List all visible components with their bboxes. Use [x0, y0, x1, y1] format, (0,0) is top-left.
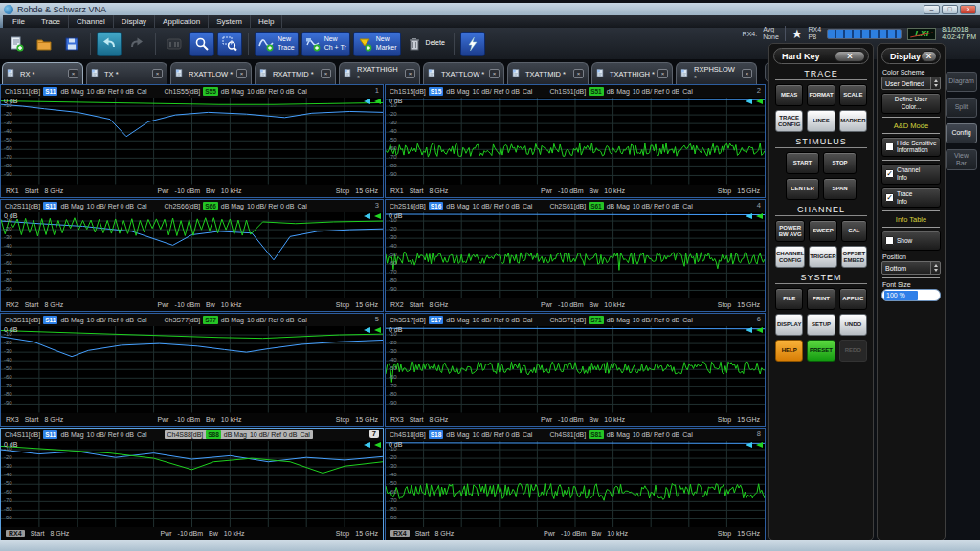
hk-sweep-button[interactable]: SWEEP	[809, 220, 836, 242]
tab-txattmid[interactable]: TXATTMID *×	[507, 62, 589, 84]
trace-ch3s11-db[interactable]: Ch3S11[dB]S11dB Mag10 dB/ Ref 0 dBCal	[5, 316, 147, 324]
open-button[interactable]	[32, 32, 56, 56]
zoom-in-button[interactable]	[189, 32, 214, 56]
define-user-color-button[interactable]: Define User Color...	[881, 93, 941, 114]
hk-trigger-button[interactable]: TRIGGER	[809, 246, 836, 268]
ref-marker-blue-icon[interactable]	[743, 442, 752, 448]
diagram-panel-5[interactable]: Ch3S11[dB]S11dB Mag10 dB/ Ref 0 dBCalCh3…	[0, 313, 384, 427]
hk-applic-button[interactable]: APPLIC	[839, 288, 867, 310]
position-select[interactable]: Bottom	[881, 261, 941, 275]
tab-close-icon[interactable]: ×	[152, 69, 163, 78]
ref-marker-green-icon[interactable]	[753, 442, 763, 448]
close-button[interactable]: ×	[960, 5, 976, 14]
diagram-panel-7[interactable]: Ch4S11[dB]S11dB Mag10 dB/ Ref 0 dBCalCh4…	[0, 428, 384, 541]
plot-panel-2[interactable]: 0 dB-10-20-30-40-50-60-70-80-90	[386, 98, 765, 185]
minimize-button[interactable]: –	[924, 5, 940, 14]
menu-file[interactable]: File	[5, 15, 33, 28]
diagram-panel-6[interactable]: Ch3S17[dB]S17dB Mag10 dB/ Ref 0 dBCalCh3…	[385, 313, 766, 427]
new-recall-set-button[interactable]	[4, 32, 29, 56]
ref-marker-green-icon[interactable]	[371, 213, 381, 219]
hk-power-bw-avg-button[interactable]: POWER BW AVG	[775, 220, 805, 242]
hk-setup-button[interactable]: SETUP	[807, 314, 835, 336]
tab-rxphslow[interactable]: RXPHSLOW *×	[676, 62, 757, 84]
tab-close-icon[interactable]: ×	[573, 69, 584, 78]
new-trace-button[interactable]: New Trace	[255, 32, 299, 56]
trace-ch4s81-db[interactable]: Ch4S81[dB]S81dB Mag10 dB/ Ref 0 dBCal	[549, 430, 692, 439]
new-ch-tr-button[interactable]: New Ch + Tr	[301, 32, 350, 56]
trace-ch2s16-db[interactable]: Ch2S16[dB]S16dB Mag10 dB/ Ref 0 dBCal	[390, 202, 532, 210]
trace-ch3s77-db[interactable]: Ch3S77[dB]S77dB Mag10 dB/ Ref 0 dBCal	[165, 316, 307, 324]
font-size-input[interactable]: 100 %	[881, 289, 941, 301]
hk-trace-config-button[interactable]: TRACE CONFIG	[775, 110, 803, 132]
ref-marker-green-icon[interactable]	[371, 99, 381, 104]
hk-start-button[interactable]: START	[786, 152, 819, 174]
tab-close-icon[interactable]: ×	[489, 69, 500, 78]
plot-panel-6[interactable]: 0 dB-10-20-30-40-50-60-70-80-90	[386, 326, 765, 413]
menu-system[interactable]: System	[209, 15, 251, 28]
channel-info-checkbox[interactable]: ✓Channel Info	[881, 164, 941, 185]
trace-ch2s61-db[interactable]: Ch2S61[dB]S61dB Mag10 dB/ Ref 0 dBCal	[549, 202, 692, 210]
ref-marker-green-icon[interactable]	[753, 99, 763, 104]
menu-trace[interactable]: Trace	[33, 15, 69, 28]
hk-scale-button[interactable]: SCALE	[839, 84, 867, 106]
plot-panel-1[interactable]: 0 dB-10-20-30-40-50-60-70-80-90	[1, 98, 383, 185]
ref-marker-blue-icon[interactable]	[361, 99, 370, 104]
menu-help[interactable]: Help	[251, 15, 282, 28]
tab-rx[interactable]: RX *×	[2, 62, 83, 84]
ref-marker-green-icon[interactable]	[371, 327, 381, 333]
tab-close-icon[interactable]: ×	[742, 69, 752, 78]
trace-ch4s18-db[interactable]: Ch4S18[dB]S18dB Mag10 dB/ Ref 0 dBCal	[390, 430, 532, 439]
color-scheme-select[interactable]: User Defined	[881, 77, 941, 90]
tab-txattlow[interactable]: TXATTLOW *×	[423, 62, 504, 84]
tab-close-icon[interactable]: ×	[405, 69, 415, 78]
trace-ch4s11-db[interactable]: Ch4S11[dB]S11dB Mag10 dB/ Ref 0 dBCal	[5, 430, 147, 439]
menu-application[interactable]: Application	[155, 15, 209, 28]
ref-marker-green-icon[interactable]	[753, 213, 763, 219]
maximize-button[interactable]: □	[942, 5, 958, 14]
ref-marker-blue-icon[interactable]	[361, 213, 370, 219]
tab-close-icon[interactable]: ×	[68, 69, 78, 78]
side-tab-split[interactable]: Split	[946, 98, 977, 118]
hk-format-button[interactable]: FORMAT	[807, 84, 835, 106]
hk-channel-config-button[interactable]: CHANNEL CONFIG	[775, 246, 805, 268]
diagram-panel-3[interactable]: Ch2S11[dB]S11dB Mag10 dB/ Ref 0 dBCalCh2…	[0, 199, 384, 313]
diagram-panel-1[interactable]: Ch1S11[dB]S11dB Mag10 dB/ Ref 0 dBCalCh1…	[0, 84, 384, 198]
hk-undo-button[interactable]: UNDO	[839, 314, 867, 336]
panel-number[interactable]: 4	[757, 201, 761, 209]
tab-txatthigh[interactable]: TXATTHIGH *×	[591, 62, 673, 84]
diagram-panel-4[interactable]: Ch2S16[dB]S16dB Mag10 dB/ Ref 0 dBCalCh2…	[385, 199, 766, 313]
new-marker-button[interactable]: New Marker	[353, 32, 401, 56]
tab-close-icon[interactable]: ×	[321, 69, 331, 78]
ref-marker-blue-icon[interactable]	[743, 99, 752, 104]
hk-marker-button[interactable]: MARKER	[839, 110, 867, 132]
plot-panel-7[interactable]: 0 dB-10-20-30-40-50-60-70-80-90	[1, 441, 383, 528]
hk-print-button[interactable]: PRINT	[807, 288, 835, 310]
tab-rxattlow[interactable]: RXATTLOW *×	[170, 62, 252, 84]
trace-ch1s11-db[interactable]: Ch1S11[dB]S11dB Mag10 dB/ Ref 0 dBCal	[5, 87, 147, 96]
hk-meas-button[interactable]: MEAS	[775, 84, 803, 106]
tab-rxatthigh[interactable]: RXATTHIGH *×	[339, 62, 420, 84]
zoom-select-button[interactable]	[217, 32, 242, 56]
menu-display[interactable]: Display	[114, 15, 155, 28]
hard-key-close-button[interactable]: X	[835, 51, 865, 62]
trace-ch1s15-db[interactable]: Ch1S15[dB]S15dB Mag10 dB/ Ref 0 dBCal	[390, 87, 532, 96]
panel-number[interactable]: 8	[757, 430, 761, 438]
tab-tx[interactable]: TX *×	[86, 62, 167, 84]
panel-number[interactable]: 3	[375, 201, 379, 209]
menu-channel[interactable]: Channel	[69, 15, 114, 28]
spinner-icon[interactable]	[930, 262, 940, 274]
ref-marker-blue-icon[interactable]	[743, 327, 752, 333]
preset-bolt-button[interactable]	[460, 32, 485, 56]
plot-panel-5[interactable]: 0 dB-10-20-30-40-50-60-70-80-90	[1, 326, 383, 413]
display-close-button[interactable]: X	[921, 51, 937, 62]
hk-lines-button[interactable]: LINES	[807, 110, 835, 132]
save-button[interactable]	[59, 32, 84, 56]
panel-number[interactable]: 5	[375, 315, 379, 323]
hk-stop-button[interactable]: STOP	[823, 152, 857, 174]
diagram-panel-2[interactable]: Ch1S15[dB]S15dB Mag10 dB/ Ref 0 dBCalCh1…	[385, 84, 766, 198]
ref-marker-blue-icon[interactable]	[743, 213, 752, 219]
trace-ch1s55-db[interactable]: Ch1S55[dB]S55dB Mag10 dB/ Ref 0 dBCal	[165, 87, 307, 96]
spinner-icon[interactable]	[930, 77, 940, 89]
trace-ch3s17-db[interactable]: Ch3S17[dB]S17dB Mag10 dB/ Ref 0 dBCal	[390, 316, 532, 324]
ref-marker-green-icon[interactable]	[371, 442, 381, 448]
